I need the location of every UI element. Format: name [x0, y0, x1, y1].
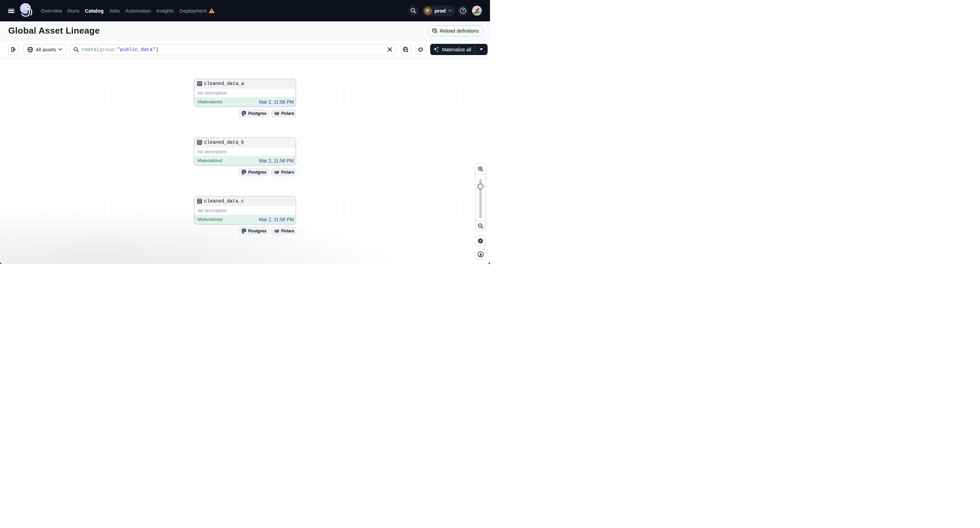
svg-text:?: ? [462, 8, 464, 13]
